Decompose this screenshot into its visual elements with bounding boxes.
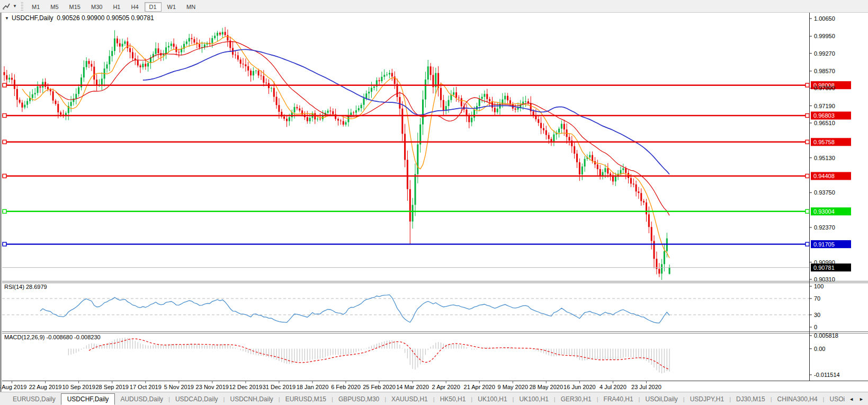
date-label: 17 Oct 2019 — [130, 384, 162, 390]
chart-tab-xauusd-h1[interactable]: XAUUSD,H1 — [386, 394, 433, 404]
date-label: 31 Dec 2019 — [263, 384, 296, 390]
price-axis-label: 0.96510 — [814, 120, 835, 126]
timeframe-button-h4[interactable]: H4 — [126, 2, 143, 12]
hline-handle[interactable] — [3, 174, 6, 178]
chart-tab-china300-h4[interactable]: CHINA300,H4 — [772, 394, 823, 404]
chart-tabs: EURUSD,DailyUSDCHF,DailyAUDUSD,Daily|USD… — [0, 392, 845, 405]
hline-handle[interactable] — [3, 140, 6, 144]
date-label: 23 Jul 2020 — [631, 384, 661, 390]
date-label: 4 Jul 2020 — [599, 384, 627, 390]
timeframe-button-h1[interactable]: H1 — [108, 2, 125, 12]
date-label: 14 Mar 2020 — [396, 384, 429, 390]
hline-handle[interactable] — [3, 209, 6, 213]
price-axis-label: 0.97190 — [814, 103, 835, 109]
timeframe-button-w1[interactable]: W1 — [163, 2, 181, 12]
date-label: 18 Jan 2020 — [297, 384, 329, 390]
price-axis-label: 0.90990 — [814, 259, 835, 266]
price-axis-label: 0.99270 — [814, 50, 835, 57]
chart-line-tool-icon[interactable] — [1, 2, 12, 11]
price-axis-label: 0.95130 — [814, 155, 835, 161]
chart-tab-audusd-daily[interactable]: AUDUSD,Daily — [115, 394, 168, 404]
chart-tab-usdcad-daily[interactable]: USDCAD,Daily — [170, 394, 223, 404]
price-axis-label: 0.93750 — [814, 189, 835, 196]
price-line-badge-value: 0.95758 — [813, 139, 835, 145]
date-label: 2 Apr 2020 — [432, 384, 460, 390]
dropdown-caret-icon[interactable]: ▼ — [12, 4, 18, 8]
date-label: 21 Apr 2020 — [464, 384, 495, 390]
price-axis-label: 1.00650 — [814, 15, 835, 22]
price-axis-label: 0.92370 — [814, 224, 835, 231]
chart-tab-usdcnh-daily[interactable]: USDCNH,Daily — [225, 394, 278, 404]
tabs-scroll-left-icon[interactable]: ◄ — [849, 397, 854, 402]
chart-tab-hk50-h1[interactable]: HK50,H1 — [435, 394, 471, 404]
hline-axis-handle[interactable] — [806, 242, 809, 246]
macd-indicator-label: MACD(12,26,9) -0.008680 -0.008230 — [4, 334, 101, 340]
date-label: 3 Aug 2019 — [0, 384, 26, 390]
chart-tab-uk100-h1[interactable]: UK100,H1 — [472, 394, 512, 404]
date-label: 28 May 2020 — [529, 384, 563, 390]
chart-tab-fra40-h1[interactable]: FRA40,H1 — [598, 394, 639, 404]
hline-axis-handle[interactable] — [806, 209, 809, 213]
rsi-axis-label: 30 — [814, 312, 820, 318]
date-label: 5 Nov 2019 — [164, 384, 194, 390]
chart-symbol-period: USDCHF,Daily — [12, 14, 53, 22]
toolbar: ▼ M1M5M15M30H1H4D1W1MN — [0, 0, 868, 13]
chart-tab-uk100-h1[interactable]: UK100,H1 — [514, 394, 553, 404]
toolbar-grip[interactable] — [20, 2, 23, 11]
date-label: 10 Sep 2019 — [62, 384, 95, 390]
date-label: 23 Nov 2019 — [196, 384, 229, 390]
hline-axis-handle[interactable] — [806, 114, 809, 118]
price-axis-label: 0.98570 — [814, 68, 835, 74]
timeframe-button-m15[interactable]: M15 — [65, 2, 85, 12]
timeframe-toolbar: M1M5M15M30H1H4D1W1MN — [26, 2, 201, 11]
chart-tab-ger30-h1[interactable]: GER30,H1 — [556, 394, 597, 404]
date-label: 28 Sep 2019 — [96, 384, 129, 390]
price-axis-label: 0.97890 — [814, 85, 835, 91]
hline-handle[interactable] — [3, 242, 6, 246]
date-label: 6 Feb 2020 — [331, 384, 361, 390]
price-line-badge-value: 0.93004 — [813, 208, 835, 215]
date-label: 12 Dec 2019 — [229, 384, 262, 390]
price-line-badge-value: 0.96803 — [813, 112, 835, 119]
price-line-badge-value: 0.91705 — [813, 241, 835, 248]
chart-tab-usdchf-daily[interactable]: USDCHF,Daily — [61, 393, 115, 405]
date-label: 25 Feb 2020 — [363, 384, 396, 390]
tabs-scroll-right-icon[interactable]: ► — [859, 397, 864, 402]
date-label: 16 Jun 2020 — [563, 384, 596, 390]
price-axis-label: 0.90310 — [814, 276, 835, 283]
chart-canvas[interactable]: 0.980080.968030.957580.944080.930040.917… — [0, 0, 868, 405]
hline-axis-handle[interactable] — [806, 174, 809, 178]
collapse-triangle-icon[interactable]: ▼ — [5, 16, 9, 21]
macd-axis-label: -0.011514 — [814, 372, 840, 378]
chart-tab-gbpusd-m30[interactable]: GBPUSD,M30 — [333, 394, 384, 404]
hline-handle[interactable] — [3, 114, 6, 118]
date-label: 22 Aug 2019 — [29, 384, 62, 390]
chart-tab-eurusd-daily[interactable]: EURUSD,Daily — [7, 394, 61, 404]
chart-tab-eurusd-m15[interactable]: EURUSD,M15 — [280, 394, 332, 404]
chart-tab-usoil-daily[interactable]: USOil,Daily — [640, 394, 683, 404]
timeframe-button-mn[interactable]: MN — [182, 2, 200, 12]
rsi-axis-label: 70 — [814, 295, 820, 302]
hline-axis-handle[interactable] — [806, 83, 809, 87]
chart-ohlc-values: 0.90526 0.90900 0.90505 0.90781 — [57, 14, 154, 22]
price-line-badge-value: 0.94408 — [813, 173, 835, 179]
rsi-axis-label: 100 — [814, 283, 824, 289]
timeframe-button-m30[interactable]: M30 — [86, 2, 107, 12]
chart-tab-usdjpy-h1[interactable]: USDJPY,H1 — [685, 394, 729, 404]
hline-axis-handle[interactable] — [806, 140, 809, 144]
chart-tab-usoil-h4[interactable]: USOil,H4 — [824, 394, 845, 404]
hline-handle[interactable] — [3, 83, 6, 87]
timeframe-button-m5[interactable]: M5 — [46, 2, 63, 12]
rsi-axis-label: 0 — [814, 324, 817, 330]
macd-axis-label: 0.005818 — [814, 332, 838, 339]
price-axis-label: 0.99950 — [814, 33, 835, 39]
chart-tab-dj30-m15[interactable]: DJ30,M15 — [731, 394, 771, 404]
date-label: 9 May 2020 — [498, 384, 528, 390]
timeframe-button-d1[interactable]: D1 — [145, 2, 162, 12]
macd-axis-label: 0.00 — [814, 346, 825, 352]
chart-title: ▼USDCHF,Daily 0.90526 0.90900 0.90505 0.… — [5, 14, 154, 22]
timeframe-button-m1[interactable]: M1 — [27, 2, 44, 12]
tab-scroll-buttons: ◄ ► — [845, 397, 868, 402]
rsi-indicator-label: RSI(14) 28.6979 — [4, 284, 47, 290]
chart-tabs-bar: EURUSD,DailyUSDCHF,DailyAUDUSD,Daily|USD… — [0, 392, 868, 405]
